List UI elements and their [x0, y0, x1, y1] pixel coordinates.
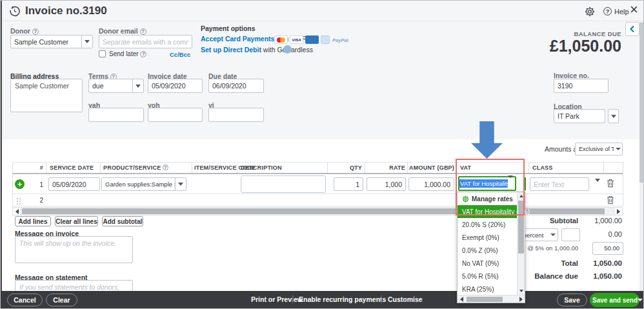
- terms-select[interactable]: due: [88, 79, 144, 93]
- customise-link[interactable]: Customise: [388, 295, 423, 303]
- row2-drag-handle[interactable]: [16, 196, 21, 208]
- total-value: 1,050.00: [556, 259, 622, 267]
- row1-delete-icon[interactable]: [607, 179, 614, 190]
- add-subtotal-button[interactable]: Add subtotal: [102, 216, 143, 226]
- table-hscroll-right-arrow[interactable]: [614, 207, 623, 215]
- vat-dropdown-vscrollbar-track[interactable]: [517, 192, 525, 295]
- vat-option-6[interactable]: KRA (25%): [458, 283, 517, 295]
- page-vscrollbar-thumb[interactable]: [639, 23, 644, 183]
- discount-percent-input[interactable]: [561, 228, 580, 241]
- gocardless-icon: [283, 45, 292, 54]
- amounts-are-caret: [614, 143, 622, 155]
- billing-address-textarea[interactable]: [10, 79, 83, 112]
- custom-field-yoh-input[interactable]: [148, 108, 203, 122]
- row1-class-input[interactable]: [530, 177, 589, 191]
- vat-option-1[interactable]: 20.0% S (20%): [458, 218, 517, 231]
- cancel-button[interactable]: Cancel: [7, 294, 43, 306]
- manage-rates-gear-icon: [462, 195, 469, 203]
- vat-dropdown-vscrollbar-thumb[interactable]: [518, 201, 524, 254]
- help-label: Help: [614, 8, 629, 15]
- col-header-num: #: [30, 164, 43, 171]
- row1-service-date-input[interactable]: [48, 177, 100, 191]
- amex-icon: [305, 35, 319, 44]
- donor-email-input[interactable]: [99, 35, 192, 48]
- vat-dropdown-hscrollbar-track[interactable]: [458, 295, 525, 303]
- invoice-date-input[interactable]: [148, 79, 203, 93]
- row1-vat-combobox[interactable]: VAT for Hospitality: [458, 176, 516, 191]
- window-left-edge: [1, 1, 2, 308]
- vat-dropdown-scroll-up-arrow[interactable]: [518, 192, 525, 200]
- vat-option-2[interactable]: Exempt (0%): [458, 231, 517, 244]
- table-top-border: [12, 162, 623, 163]
- vat-dropdown-scroll-left-arrow[interactable]: [458, 295, 465, 303]
- vat-option-selected[interactable]: VAT for Hospitality (5%): [458, 205, 517, 218]
- row1-qty-input[interactable]: [334, 177, 363, 191]
- amounts-are-value: Exclusive of Tax: [576, 143, 614, 155]
- row1-class-caret[interactable]: [595, 182, 600, 194]
- save-button[interactable]: Save: [557, 294, 587, 306]
- col-header-description: DESCRIPTION: [241, 164, 282, 171]
- collapse-panel-button[interactable]: [625, 22, 639, 36]
- clear-button[interactable]: Clear: [46, 294, 77, 306]
- vat-option-3[interactable]: 0.0% Z (0%): [458, 244, 517, 257]
- donor-help-icon: ?: [32, 28, 39, 35]
- vat-option-5[interactable]: 5.0% R (5%): [458, 270, 517, 283]
- due-date-input[interactable]: [208, 79, 264, 93]
- help-button[interactable]: ? Help: [603, 7, 629, 15]
- send-later-help-icon: ?: [140, 51, 146, 57]
- message-on-invoice-textarea[interactable]: [15, 236, 133, 263]
- print-preview-link[interactable]: Print or Preview: [251, 295, 303, 303]
- vat-amount-input[interactable]: [592, 242, 623, 255]
- row1-product-select[interactable]: Garden supplies:Sample Stock: [101, 177, 186, 191]
- send-later-checkbox[interactable]: [99, 50, 106, 57]
- save-and-send-button[interactable]: Save and send: [590, 293, 639, 307]
- card-icon: [321, 35, 330, 44]
- enable-recurring-link[interactable]: Enable recurring payments: [299, 295, 386, 303]
- donor-select[interactable]: Sample Customer: [10, 35, 93, 48]
- donor-email-help-icon: ?: [140, 28, 146, 35]
- donor-select-caret[interactable]: [81, 35, 92, 48]
- row2-delete-icon[interactable]: [607, 195, 614, 207]
- vat-option-4[interactable]: No VAT (0%): [458, 257, 517, 270]
- custom-field-yi-input[interactable]: [208, 108, 264, 122]
- vat-dropdown-scroll-down-arrow[interactable]: [518, 287, 525, 295]
- row1-product-caret[interactable]: [175, 178, 186, 190]
- close-icon[interactable]: ×: [630, 1, 638, 18]
- vat-option-manage-rates[interactable]: Manage rates: [458, 192, 517, 205]
- custom-field-yah-input[interactable]: [88, 108, 144, 122]
- location-select-caret[interactable]: [608, 109, 619, 123]
- add-lines-button[interactable]: Add lines: [15, 216, 51, 226]
- invoice-no-input[interactable]: [554, 79, 609, 93]
- direct-debit-line: Set up Direct Debit with GoCardless: [201, 46, 313, 54]
- row1-vat-caret[interactable]: [508, 178, 515, 190]
- subtotal-value: 1,000.00: [556, 217, 622, 224]
- row1-description-input[interactable]: [241, 175, 326, 193]
- vat-dropdown-scroll-right-arrow[interactable]: [517, 295, 525, 303]
- invoice-window: Invoice no.3190 ? Help × Donor ? Sample …: [0, 0, 644, 309]
- discount-type-caret: [548, 229, 558, 241]
- table-hscroll-left-arrow[interactable]: [12, 207, 21, 215]
- direct-debit-link[interactable]: Set up Direct Debit: [201, 46, 261, 54]
- cc-bcc-link[interactable]: Cc/Bcc: [170, 51, 190, 58]
- col-header-qty: QTY: [330, 164, 362, 171]
- vat-dropdown-hscrollbar-thumb[interactable]: [467, 297, 503, 302]
- add-row-plus-icon[interactable]: +: [15, 179, 25, 189]
- terms-select-caret[interactable]: [132, 79, 143, 92]
- donor-label: Donor ?: [10, 27, 39, 35]
- titlebar-divider: [1, 21, 644, 21]
- accept-card-payments-link[interactable]: Accept Card Payments: [201, 35, 274, 43]
- row1-product-value: Garden supplies:Sample Stock: [102, 178, 175, 190]
- row1-vat-selected-text: VAT for Hospitality: [459, 179, 508, 188]
- row1-rate-input[interactable]: [367, 177, 406, 191]
- clear-all-lines-button[interactable]: Clear all lines: [55, 216, 98, 226]
- location-input[interactable]: [554, 109, 605, 123]
- col-header-product-service: PRODUCT/SERVICE ?: [103, 164, 168, 171]
- row1-amount-input[interactable]: [408, 177, 454, 191]
- payment-options-title: Payment options: [201, 25, 256, 32]
- settings-gear-icon[interactable]: [585, 6, 595, 19]
- amounts-are-select[interactable]: Exclusive of Tax: [575, 143, 623, 155]
- save-options-caret[interactable]: [638, 299, 643, 301]
- vat-focus-tick: [525, 177, 526, 190]
- send-later-label: Send later ?: [109, 50, 146, 57]
- col-header-rate: RATE: [368, 164, 405, 171]
